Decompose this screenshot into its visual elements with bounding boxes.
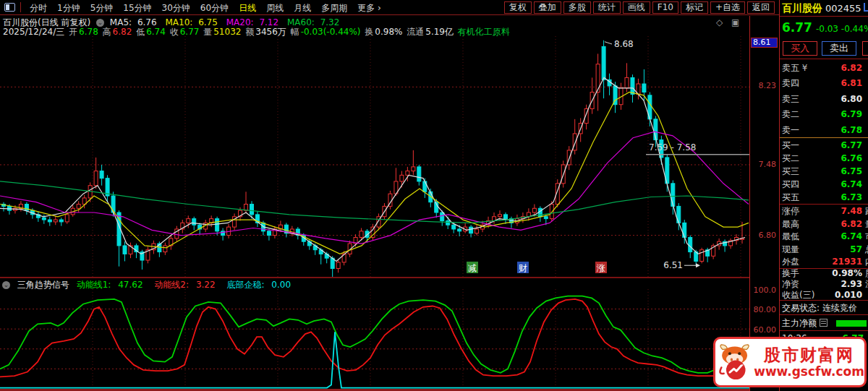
indicator-line-动能线2: [0, 299, 716, 377]
trade-status-value: 连续竞价: [822, 303, 857, 313]
gap-annotation: 7.59 - 7.58: [649, 142, 696, 152]
menu-item[interactable]: 周线: [261, 3, 289, 13]
open-value: 6.78: [79, 27, 98, 37]
indicator2-value: 3.22: [196, 280, 216, 290]
panel-row[interactable]: 卖三6.80: [782, 92, 867, 107]
panel-row[interactable]: 买二6.76: [782, 152, 867, 165]
axis-label: 8.23: [759, 81, 777, 90]
indicator-chart[interactable]: [0, 289, 750, 389]
menu-button[interactable]: 画线: [623, 1, 650, 14]
float-value: 5.19亿: [425, 27, 454, 37]
axis-top-box: 8.61: [751, 38, 778, 48]
main-flow-label: 主力净额: [782, 318, 817, 328]
site-logo[interactable]: 股市财富网 www.gscfw.com: [713, 337, 867, 387]
price-change: -0.03: [816, 24, 838, 34]
menu-button[interactable]: 返回: [747, 1, 775, 14]
panel-row: 最低6.74市: [782, 231, 867, 244]
low-annotation: 6.51: [663, 260, 683, 270]
indicator-line-动能线1: [0, 296, 729, 373]
menu-item[interactable]: 日线: [234, 3, 261, 13]
candles-layer: [2, 40, 744, 277]
buy-button[interactable]: 买入: [783, 41, 817, 56]
panel-row[interactable]: 卖二6.79: [782, 107, 867, 122]
bull-icon: [715, 340, 754, 384]
low-value: 6.74: [146, 27, 166, 37]
indicator-title[interactable]: 三角趋势信号: [17, 280, 69, 290]
last-price: 6.77: [782, 20, 812, 35]
panel-row[interactable]: 卖一6.78: [782, 123, 867, 138]
panel-row: 收益(三)0.010P: [782, 290, 867, 301]
sidebar-toggle-icon[interactable]: [4, 3, 15, 12]
menu-button[interactable]: +自选: [710, 1, 745, 14]
axis-label: 100.0: [754, 285, 777, 295]
price-axis: 8.61 8.23 7.48 6.80 100.0 80.00 60.00 40…: [750, 16, 779, 391]
volume-value: 51032: [213, 27, 241, 37]
menu-item[interactable]: 60分钟: [195, 3, 234, 13]
main-flow-bar: [836, 320, 867, 327]
tool-menu: 复权叠加多股统计画线F10标记+自选返回: [502, 1, 775, 14]
close-value: 6.77: [180, 27, 200, 37]
list-icon[interactable]: [820, 319, 827, 327]
panel-row: 最高6.82量: [782, 218, 867, 231]
date-value: 2025/12/24/三: [3, 27, 64, 37]
watermark-char: 减: [468, 263, 477, 273]
axis-label: 6.80: [759, 231, 777, 240]
turnover-value: 0.98%: [375, 27, 402, 37]
indicator-line-底部企稳: [0, 332, 750, 387]
indicator3-value: 0.00: [271, 280, 291, 290]
menu-item[interactable]: 月线: [289, 3, 316, 13]
axis-label: 60.00: [754, 325, 777, 335]
trade-status: 交易状态: 连续竞价: [780, 300, 868, 315]
change-value: -0.03(-0.44%): [301, 27, 361, 37]
sell-button[interactable]: 卖出: [822, 41, 856, 56]
axis-label: 7.48: [759, 160, 777, 169]
menu-button[interactable]: 叠加: [534, 1, 561, 14]
site-name: 股市财富网: [754, 345, 864, 364]
menu-item[interactable]: 多周期: [316, 3, 352, 13]
axis-label: 80.00: [754, 305, 777, 314]
menu-item[interactable]: 15分钟: [118, 3, 156, 13]
chart-corner-icons[interactable]: ◇ ▣: [716, 17, 742, 27]
watermark-char: 涨: [596, 263, 605, 273]
amount-value: 3456万: [255, 27, 286, 37]
panel-row: 涨停7.48跌: [782, 205, 867, 218]
panel-row[interactable]: 卖四6.81: [782, 76, 867, 91]
quote-panel: 百川股份002455 6.77-0.03 -0.44% 买入 卖出 卖五 ¥6.…: [780, 0, 868, 391]
panel-row: 换手0.98%股: [782, 268, 867, 279]
panel-row[interactable]: 买五6.73: [782, 191, 867, 204]
stock-code: 002455: [825, 3, 861, 14]
panel-row: 现量57总: [782, 244, 867, 257]
menu-button[interactable]: 复权: [504, 1, 532, 14]
clipped-corner-icon: [864, 3, 868, 12]
menu-item[interactable]: 更多 ›: [352, 3, 386, 13]
indicator1-value: 47.62: [118, 280, 142, 290]
menu-button[interactable]: F10: [652, 1, 678, 14]
panel-divider: [0, 277, 779, 278]
panel-row: 净资2.93流: [782, 279, 867, 290]
clipped-button[interactable]: [862, 41, 868, 56]
industry-label[interactable]: 有机化工原料: [458, 27, 510, 37]
panel-row[interactable]: 买一6.77: [782, 139, 867, 152]
stock-name[interactable]: 百川股份: [782, 2, 822, 14]
panel-row[interactable]: 买三6.75: [782, 165, 867, 178]
panel-row[interactable]: 卖五 ¥6.82: [782, 61, 867, 76]
high-value: 6.82: [113, 27, 132, 37]
watermark-char: 财: [519, 263, 527, 273]
menu-item[interactable]: 30分钟: [157, 3, 195, 13]
menu-divider: [20, 2, 21, 12]
currency-icon: ¥: [802, 63, 808, 73]
collapse-sub-icon[interactable]: ⌄: [2, 281, 10, 289]
panel-row[interactable]: 买四6.74: [782, 178, 867, 191]
peak-annotation: 8.68: [614, 39, 634, 49]
site-url: www.gscfw.com: [754, 364, 864, 379]
menu-item[interactable]: 1分钟: [52, 3, 85, 13]
menu-item[interactable]: 分时: [25, 3, 52, 13]
main-flow-row: 主力净额: [780, 316, 868, 331]
panel-row: 外盘21931内: [782, 256, 867, 269]
candlestick-chart[interactable]: 减财涨7.59 - 7.588.686.51: [0, 36, 750, 277]
menu-button[interactable]: 统计: [593, 1, 621, 14]
menu-button[interactable]: 标记: [681, 1, 708, 14]
period-menu: 分时1分钟5分钟15分钟30分钟60分钟日线周线月线多周期更多 ›: [25, 0, 386, 14]
menu-button[interactable]: 多股: [563, 1, 591, 14]
menu-item[interactable]: 5分钟: [85, 3, 119, 13]
